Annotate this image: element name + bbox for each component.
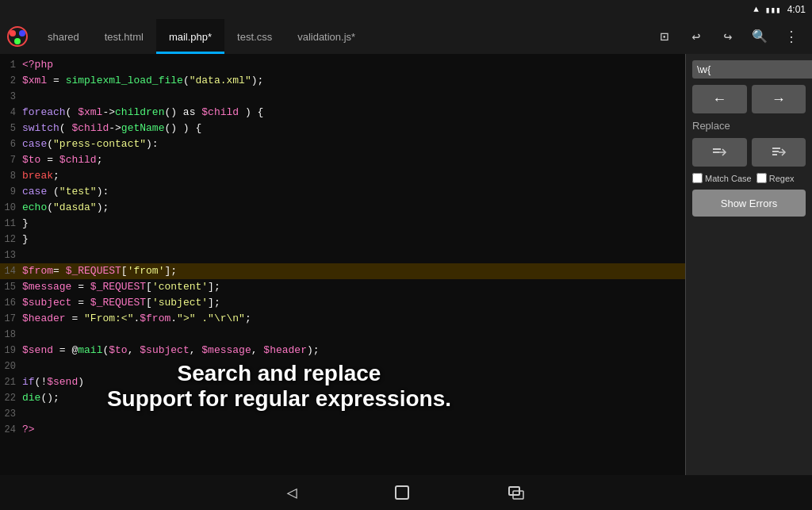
time-display: 4:01 <box>787 4 806 15</box>
svg-rect-7 <box>772 151 779 152</box>
line-content: $to = $child; <box>22 152 685 168</box>
undo-button[interactable]: ↩ <box>682 22 710 51</box>
wifi-icon: ▲ <box>753 5 759 14</box>
replace-label: Replace <box>692 120 806 132</box>
line-number: 15 <box>0 279 22 295</box>
tab-test-css[interactable]: test.css <box>224 19 285 54</box>
prev-match-button[interactable]: ← <box>692 85 747 113</box>
line-number: 23 <box>0 406 22 422</box>
code-line: 4foreach( $xml->children() as $child ) { <box>0 105 685 121</box>
line-number: 2 <box>0 73 22 89</box>
line-content <box>22 247 685 263</box>
next-match-button[interactable]: → <box>752 85 806 113</box>
tab-mail-php[interactable]: mail.php* <box>156 19 224 54</box>
line-content: if(!$send) <box>22 374 685 390</box>
line-content: foreach( $xml->children() as $child ) { <box>22 105 685 121</box>
svg-rect-8 <box>772 154 777 155</box>
line-content: echo("dasda"); <box>22 200 685 216</box>
back-button[interactable]: ◁ <box>286 482 297 504</box>
line-content: } <box>22 216 685 232</box>
line-number: 3 <box>0 89 22 105</box>
home-button[interactable] <box>393 483 412 502</box>
match-case-label[interactable]: Match Case <box>692 173 752 183</box>
line-number: 6 <box>0 136 22 152</box>
more-button[interactable]: ⋮ <box>777 22 806 51</box>
replace-all-button[interactable] <box>752 138 806 167</box>
search-panel: i ← → Replace <box>685 54 812 475</box>
search-input[interactable] <box>692 60 812 79</box>
code-line: 12} <box>0 232 685 247</box>
code-line: 2$xml = simplexml_load_file("data.xml"); <box>0 73 685 89</box>
regex-label[interactable]: Regex <box>756 173 795 183</box>
code-line: 5 switch( $child->getName() ) { <box>0 121 685 136</box>
line-content: case("press-contact"): <box>22 136 685 152</box>
code-line: 7 $to = $child; <box>0 152 685 168</box>
code-line: 9 case ("test"): <box>0 184 685 200</box>
tab-validation-js[interactable]: validation.js* <box>285 19 368 54</box>
line-number: 20 <box>0 359 22 374</box>
code-line: 19$send = @mail($to, $subject, $message,… <box>0 343 685 359</box>
app-icon <box>0 19 35 54</box>
svg-point-3 <box>14 38 21 44</box>
line-number: 13 <box>0 247 22 263</box>
line-content <box>22 406 685 422</box>
line-number: 11 <box>0 216 22 232</box>
line-content: } <box>22 232 685 247</box>
status-bar: ▲ ▮▮▮ 4:01 <box>0 0 812 19</box>
line-number: 5 <box>0 121 22 136</box>
regex-checkbox[interactable] <box>756 173 767 183</box>
line-number: 1 <box>0 57 22 73</box>
line-content: switch( $child->getName() ) { <box>22 121 685 136</box>
code-editor[interactable]: 1<?php2$xml = simplexml_load_file("data.… <box>0 54 685 475</box>
line-number: 18 <box>0 327 22 343</box>
bottom-navigation-bar: ◁ <box>0 475 812 510</box>
line-content: $header = "From:<".$from.">" ."\r\n"; <box>22 311 685 327</box>
line-number: 8 <box>0 168 22 184</box>
code-line: 3 <box>0 89 685 105</box>
code-line: 24?> <box>0 422 685 438</box>
match-case-checkbox[interactable] <box>692 173 703 183</box>
line-number: 17 <box>0 311 22 327</box>
search-button[interactable]: 🔍 <box>745 22 774 51</box>
show-errors-button[interactable]: Show Errors <box>692 190 806 217</box>
code-line: 18 <box>0 327 685 343</box>
svg-rect-5 <box>713 151 719 153</box>
code-content: 1<?php2$xml = simplexml_load_file("data.… <box>0 54 685 441</box>
line-content: <?php <box>22 57 685 73</box>
code-line: 16$subject = $_REQUEST['subject']; <box>0 295 685 311</box>
code-line: 8 break; <box>0 168 685 184</box>
line-number: 24 <box>0 422 22 438</box>
line-content: break; <box>22 168 685 184</box>
recents-button[interactable] <box>507 483 526 502</box>
tab-test-html[interactable]: test.html <box>92 19 156 54</box>
tab-shared[interactable]: shared <box>35 19 92 54</box>
code-line: 1<?php <box>0 57 685 73</box>
code-line: 21if(!$send) <box>0 374 685 390</box>
line-number: 21 <box>0 374 22 390</box>
line-content: die(); <box>22 390 685 406</box>
line-content <box>22 327 685 343</box>
search-input-row: i <box>692 60 806 79</box>
line-content: case ("test"): <box>22 184 685 200</box>
svg-rect-6 <box>772 148 780 149</box>
line-number: 7 <box>0 152 22 168</box>
code-line: 22 die(); <box>0 390 685 406</box>
main-area: 1<?php2$xml = simplexml_load_file("data.… <box>0 54 812 475</box>
line-content: $send = @mail($to, $subject, $message, $… <box>22 343 685 359</box>
line-content: $from= $_REQUEST['from']; <box>22 263 685 279</box>
code-line: 17$header = "From:<".$from.">" ."\r\n"; <box>0 311 685 327</box>
code-line: 23 <box>0 406 685 422</box>
svg-rect-4 <box>713 148 721 150</box>
battery-icon: ▮▮▮ <box>765 5 781 15</box>
line-number: 19 <box>0 343 22 359</box>
svg-point-2 <box>19 30 25 36</box>
line-content: $xml = simplexml_load_file("data.xml"); <box>22 73 685 89</box>
code-line: 10 echo("dasda"); <box>0 200 685 216</box>
tab-actions: ⊡ ↩ ↪ 🔍 ⋮ <box>650 22 812 51</box>
redo-button[interactable]: ↪ <box>714 22 742 51</box>
svg-rect-9 <box>396 486 408 499</box>
line-content: $subject = $_REQUEST['subject']; <box>22 295 685 311</box>
replace-one-button[interactable] <box>692 138 747 167</box>
line-number: 9 <box>0 184 22 200</box>
square-button[interactable]: ⊡ <box>650 22 679 51</box>
